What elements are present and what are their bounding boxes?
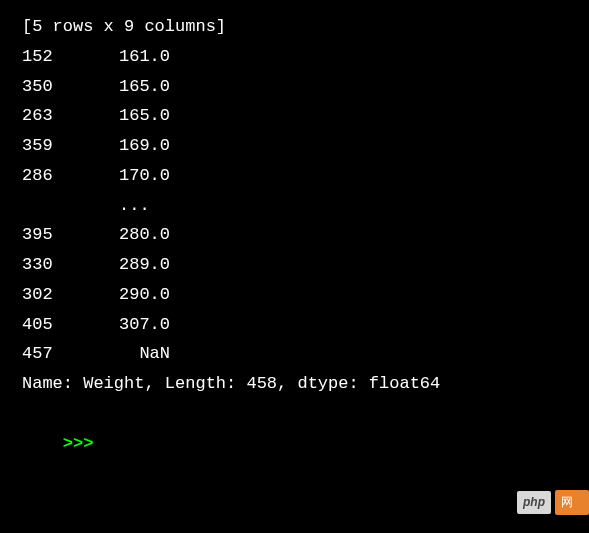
- series-index: 457: [22, 339, 110, 369]
- series-ellipsis: ...: [22, 191, 567, 221]
- python-prompt-line[interactable]: >>>: [22, 399, 567, 488]
- series-row: 359169.0: [22, 131, 567, 161]
- series-index: 286: [22, 161, 110, 191]
- series-row: 330289.0: [22, 250, 567, 280]
- series-index: 302: [22, 280, 110, 310]
- series-row: 395280.0: [22, 220, 567, 250]
- series-row: 302290.0: [22, 280, 567, 310]
- series-value: 165.0: [110, 72, 170, 102]
- series-value: 170.0: [110, 161, 170, 191]
- series-index: 359: [22, 131, 110, 161]
- series-index: 395: [22, 220, 110, 250]
- series-value: 165.0: [110, 101, 170, 131]
- series-value: 289.0: [110, 250, 170, 280]
- watermark: php 网: [517, 490, 589, 515]
- series-value: NaN: [110, 339, 170, 369]
- series-index: 350: [22, 72, 110, 102]
- watermark-right: 网: [555, 490, 589, 515]
- series-row: 457NaN: [22, 339, 567, 369]
- php-badge: php: [517, 491, 551, 514]
- series-row: 152161.0: [22, 42, 567, 72]
- series-index: 152: [22, 42, 110, 72]
- series-row: 263165.0: [22, 101, 567, 131]
- series-index: 405: [22, 310, 110, 340]
- series-value: 161.0: [110, 42, 170, 72]
- series-index: 330: [22, 250, 110, 280]
- series-value: 307.0: [110, 310, 170, 340]
- series-value: 290.0: [110, 280, 170, 310]
- series-row: 286170.0: [22, 161, 567, 191]
- series-row: 350165.0: [22, 72, 567, 102]
- series-row: 405307.0: [22, 310, 567, 340]
- series-meta: Name: Weight, Length: 458, dtype: float6…: [22, 369, 567, 399]
- series-value: 280.0: [110, 220, 170, 250]
- series-value: 169.0: [110, 131, 170, 161]
- series-index: 263: [22, 101, 110, 131]
- python-prompt: >>>: [63, 434, 94, 453]
- dataframe-shape-summary: [5 rows x 9 columns]: [22, 12, 567, 42]
- terminal-output: [5 rows x 9 columns] 152161.0 350165.0 2…: [22, 12, 567, 488]
